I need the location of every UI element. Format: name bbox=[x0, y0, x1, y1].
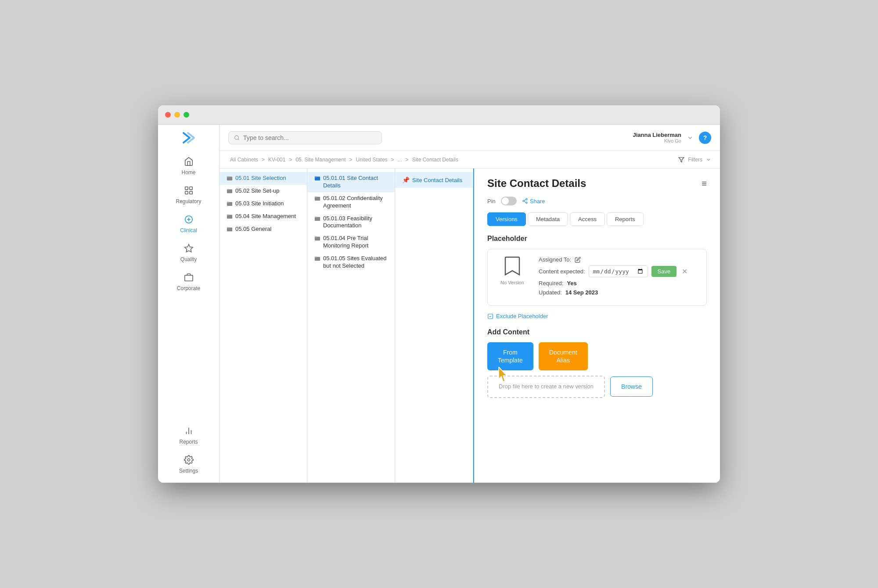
search-box[interactable] bbox=[228, 131, 382, 144]
breadcrumb-item[interactable]: ... bbox=[398, 157, 402, 163]
breadcrumb-item[interactable]: KV-001 bbox=[268, 157, 285, 163]
pin-label: Pin bbox=[487, 198, 496, 204]
filter-button[interactable]: Filters bbox=[678, 157, 711, 163]
edit-icon[interactable] bbox=[575, 257, 581, 263]
breadcrumb-item[interactable]: United States bbox=[356, 157, 388, 163]
svg-line-11 bbox=[238, 139, 239, 140]
tab-reports[interactable]: Reports bbox=[607, 212, 644, 226]
overflow-menu-button[interactable]: ≡ bbox=[702, 179, 707, 189]
placeholder-details: Assigned To: Content expected: Save bbox=[539, 256, 699, 298]
folder-item-2[interactable]: 05.03 Site Initiation bbox=[220, 197, 307, 210]
folder-icon bbox=[314, 195, 320, 201]
panels: 05.01 Site Selection 05.02 Site Set-up bbox=[220, 169, 720, 483]
tab-access[interactable]: Access bbox=[570, 212, 605, 226]
tabs-row: Versions Metadata Access Reports bbox=[487, 212, 707, 226]
sidebar-item-regulatory[interactable]: Regulatory bbox=[158, 180, 219, 209]
folder-item-0[interactable]: 05.01 Site Selection bbox=[220, 172, 307, 185]
svg-rect-20 bbox=[227, 214, 229, 215]
folder-icon bbox=[314, 175, 320, 181]
svg-point-9 bbox=[187, 459, 190, 461]
no-version-label: No Version bbox=[500, 280, 524, 285]
app-window: Home Regulatory bbox=[158, 105, 720, 483]
folder-icon bbox=[227, 226, 233, 232]
exclude-placeholder-link[interactable]: Exclude Placeholder bbox=[487, 313, 707, 319]
quality-icon bbox=[183, 242, 195, 255]
checkbox-icon bbox=[487, 313, 493, 319]
close-button[interactable] bbox=[165, 112, 171, 118]
breadcrumb-item[interactable]: 05. Site Management bbox=[295, 157, 345, 163]
maximize-button[interactable] bbox=[184, 112, 189, 118]
pin-icon: 📌 bbox=[402, 176, 410, 183]
placeholder-section-title: Placeholder bbox=[487, 235, 707, 243]
required-value: Yes bbox=[567, 280, 576, 287]
svg-rect-24 bbox=[315, 176, 317, 178]
share-button[interactable]: Share bbox=[522, 198, 545, 204]
browse-button[interactable]: Browse bbox=[610, 376, 653, 397]
no-version-box: No Version bbox=[495, 256, 530, 285]
content-expected-input[interactable] bbox=[589, 265, 648, 277]
save-date-button[interactable]: Save bbox=[651, 266, 677, 277]
regulatory-icon bbox=[183, 184, 195, 197]
search-input[interactable] bbox=[243, 134, 376, 141]
svg-rect-7 bbox=[184, 275, 192, 281]
folder-item-3[interactable]: 05.04 Site Management bbox=[220, 210, 307, 223]
updated-row: Updated: 14 Sep 2023 bbox=[539, 289, 699, 296]
svg-rect-2 bbox=[185, 191, 187, 194]
svg-rect-26 bbox=[315, 196, 317, 197]
tab-metadata[interactable]: Metadata bbox=[528, 212, 568, 226]
reports-icon bbox=[183, 425, 195, 437]
breadcrumb-item-current: Site Contact Details bbox=[412, 157, 458, 163]
pin-toggle[interactable] bbox=[501, 197, 517, 205]
svg-line-36 bbox=[524, 201, 526, 202]
subfolder-item-0[interactable]: 05.01.01 Site Contact Details bbox=[307, 172, 395, 192]
chevron-down-icon[interactable] bbox=[687, 134, 694, 141]
sidebar-item-settings[interactable]: Settings bbox=[158, 449, 219, 478]
from-template-wrap: From Template bbox=[487, 342, 533, 370]
app-body: Home Regulatory bbox=[158, 125, 720, 483]
svg-rect-3 bbox=[189, 191, 192, 194]
main-content: Jianna Lieberman Kivo Go ? All Cabinets … bbox=[220, 125, 720, 483]
folder-icon bbox=[227, 201, 233, 207]
help-button[interactable]: ? bbox=[699, 132, 711, 144]
sidebar-item-reports[interactable]: Reports bbox=[158, 420, 219, 449]
subfolder-item-4[interactable]: 05.01.05 Sites Evaluated but not Selecte… bbox=[307, 252, 395, 272]
breadcrumb-item[interactable]: All Cabinets bbox=[230, 157, 258, 163]
doc-item-0[interactable]: 📌 Site Contact Details bbox=[395, 172, 473, 188]
panel-2: 05.01.01 Site Contact Details 05.01.02 C… bbox=[307, 169, 395, 483]
breadcrumb: All Cabinets > KV-001 > 05. Site Managem… bbox=[220, 151, 720, 169]
sidebar-item-home[interactable]: Home bbox=[158, 151, 219, 180]
top-header: Jianna Lieberman Kivo Go ? bbox=[220, 125, 720, 151]
svg-rect-1 bbox=[189, 187, 192, 190]
cursor-indicator bbox=[497, 367, 509, 384]
clear-date-button[interactable]: ✕ bbox=[682, 267, 687, 276]
document-alias-button[interactable]: Document Alias bbox=[539, 342, 588, 370]
placeholder-card: No Version Assigned To: C bbox=[487, 249, 707, 306]
sidebar-item-clinical[interactable]: Clinical bbox=[158, 209, 219, 238]
sidebar-item-quality[interactable]: Quality bbox=[158, 238, 219, 267]
svg-rect-14 bbox=[227, 176, 229, 178]
bookmark-icon bbox=[504, 256, 520, 276]
folder-item-1[interactable]: 05.02 Site Set-up bbox=[220, 185, 307, 197]
updated-value: 14 Sep 2023 bbox=[565, 289, 598, 296]
app-logo bbox=[178, 129, 200, 147]
add-content-row: From Template Document Alias Drop file h… bbox=[487, 342, 707, 398]
from-template-button[interactable]: From Template bbox=[487, 342, 533, 370]
svg-rect-28 bbox=[315, 216, 317, 218]
subfolder-item-2[interactable]: 05.01.03 Feasibility Documentation bbox=[307, 212, 395, 233]
subfolder-item-1[interactable]: 05.01.02 Confidentiality Agreement bbox=[307, 192, 395, 212]
sidebar-item-corporate[interactable]: Corporate bbox=[158, 267, 219, 296]
svg-point-34 bbox=[523, 200, 525, 202]
folder-icon bbox=[314, 255, 320, 262]
svg-rect-16 bbox=[227, 189, 229, 190]
chevron-down-icon bbox=[706, 157, 711, 162]
folder-item-4[interactable]: 05.05 General bbox=[220, 223, 307, 236]
minimize-button[interactable] bbox=[174, 112, 180, 118]
folder-icon bbox=[227, 188, 233, 194]
folder-icon bbox=[227, 213, 233, 219]
svg-point-33 bbox=[526, 198, 528, 200]
panel-detail: Site Contact Details ≡ Pin Share bbox=[474, 169, 720, 483]
tab-versions[interactable]: Versions bbox=[487, 212, 526, 226]
settings-icon bbox=[183, 454, 195, 466]
subfolder-item-3[interactable]: 05.01.04 Pre Trial Monitoring Report bbox=[307, 232, 395, 252]
svg-marker-12 bbox=[679, 157, 684, 162]
